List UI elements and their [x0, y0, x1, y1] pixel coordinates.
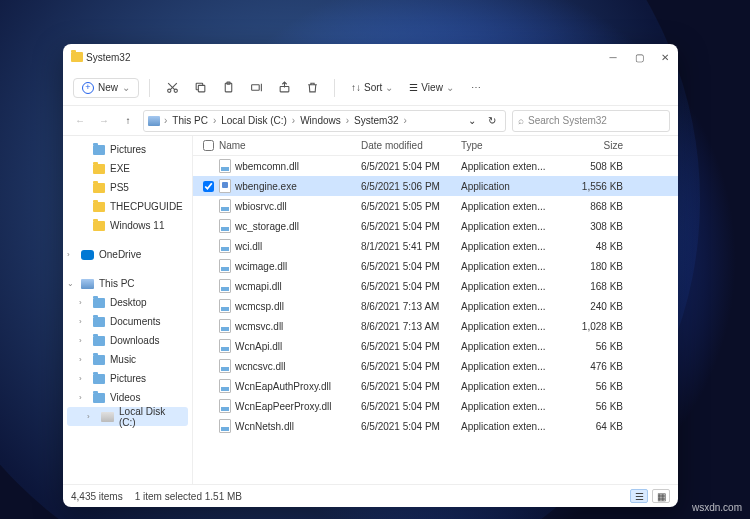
file-type: Application exten...	[461, 201, 561, 212]
file-row[interactable]: WcnEapAuthProxy.dll6/5/2021 5:04 PMAppli…	[193, 376, 678, 396]
file-row[interactable]: wcmcsp.dll8/6/2021 7:13 AMApplication ex…	[193, 296, 678, 316]
chevron-down-icon[interactable]: ⌄	[67, 279, 74, 288]
delete-button[interactable]	[300, 76, 324, 100]
copy-button[interactable]	[188, 76, 212, 100]
crumb-disk[interactable]: Local Disk (C:)	[218, 115, 290, 126]
file-row[interactable]: wcmsvc.dll8/6/2021 7:13 AMApplication ex…	[193, 316, 678, 336]
file-row[interactable]: wc_storage.dll6/5/2021 5:04 PMApplicatio…	[193, 216, 678, 236]
chevron-right-icon[interactable]: ›	[79, 393, 82, 402]
file-size: 476 KB	[561, 361, 623, 372]
file-name: wbengine.exe	[235, 181, 297, 192]
titlebar[interactable]: System32 ─ ▢ ✕	[63, 44, 678, 70]
nav-music[interactable]: ›Music	[63, 350, 192, 369]
tiles-view-button[interactable]: ▦	[652, 489, 670, 503]
file-type: Application exten...	[461, 241, 561, 252]
file-type: Application exten...	[461, 401, 561, 412]
more-button[interactable]: ⋯	[464, 76, 488, 100]
file-row[interactable]: wcncsvc.dll6/5/2021 5:04 PMApplication e…	[193, 356, 678, 376]
file-date: 6/5/2021 5:04 PM	[361, 221, 461, 232]
file-size: 168 KB	[561, 281, 623, 292]
sort-button[interactable]: ↑↓Sort⌄	[345, 79, 399, 96]
chevron-right-icon: ›	[164, 115, 167, 126]
search-input[interactable]: ⌕ Search System32	[512, 110, 670, 132]
file-row[interactable]: wbemcomn.dll6/5/2021 5:04 PMApplication …	[193, 156, 678, 176]
chevron-right-icon[interactable]: ›	[67, 250, 70, 259]
file-name: wcmapi.dll	[235, 281, 282, 292]
nav-videos[interactable]: ›Videos	[63, 388, 192, 407]
crumb-thispc[interactable]: This PC	[169, 115, 211, 126]
new-button[interactable]: + New ⌄	[73, 78, 139, 98]
maximize-button[interactable]: ▢	[634, 52, 644, 62]
minimize-button[interactable]: ─	[608, 52, 618, 62]
forward-button[interactable]: →	[95, 112, 113, 130]
file-date: 6/5/2021 5:06 PM	[361, 181, 461, 192]
nav-pictures[interactable]: Pictures	[63, 140, 192, 159]
view-button[interactable]: ☰View⌄	[403, 79, 460, 96]
chevron-right-icon[interactable]: ›	[79, 298, 82, 307]
nav-exe[interactable]: EXE	[63, 159, 192, 178]
file-row[interactable]: WcnEapPeerProxy.dll6/5/2021 5:04 PMAppli…	[193, 396, 678, 416]
nav-downloads[interactable]: ›Downloads	[63, 331, 192, 350]
rename-button[interactable]	[244, 76, 268, 100]
nav-thispc[interactable]: ⌄This PC	[63, 274, 192, 293]
folder-icon	[93, 298, 105, 308]
window-title: System32	[86, 52, 130, 63]
file-type: Application exten...	[461, 301, 561, 312]
col-type[interactable]: Type	[461, 140, 561, 151]
breadcrumb[interactable]: › This PC› Local Disk (C:)› Windows› Sys…	[143, 110, 506, 132]
status-bar: 4,435 items 1 item selected 1.51 MB ☰ ▦	[63, 484, 678, 507]
nav-win11[interactable]: Windows 11	[63, 216, 192, 235]
file-row[interactable]: wcmapi.dll6/5/2021 5:04 PMApplication ex…	[193, 276, 678, 296]
chevron-right-icon[interactable]: ›	[87, 412, 90, 421]
pc-icon	[148, 116, 160, 126]
row-checkbox[interactable]	[203, 181, 214, 192]
chevron-right-icon[interactable]: ›	[79, 355, 82, 364]
share-button[interactable]	[272, 76, 296, 100]
file-row[interactable]: wci.dll8/1/2021 5:41 PMApplication exten…	[193, 236, 678, 256]
nav-onedrive[interactable]: ›OneDrive	[63, 245, 192, 264]
select-all-checkbox[interactable]	[203, 140, 214, 151]
file-size: 180 KB	[561, 261, 623, 272]
column-headers[interactable]: Name Date modified Type Size	[193, 136, 678, 156]
nav-pane[interactable]: Pictures EXE PS5 THECPUGUIDE Windows 11 …	[63, 136, 193, 484]
nav-documents[interactable]: ›Documents	[63, 312, 192, 331]
nav-localdisk[interactable]: ›Local Disk (C:)	[67, 407, 188, 426]
file-row[interactable]: WcnApi.dll6/5/2021 5:04 PMApplication ex…	[193, 336, 678, 356]
file-list[interactable]: wbemcomn.dll6/5/2021 5:04 PMApplication …	[193, 156, 678, 484]
chevron-right-icon[interactable]: ›	[79, 317, 82, 326]
dropdown-icon[interactable]: ⌄	[463, 112, 481, 130]
crumb-system32[interactable]: System32	[351, 115, 401, 126]
nav-thecpuguide[interactable]: THECPUGUIDE	[63, 197, 192, 216]
item-count: 4,435 items	[71, 491, 123, 502]
col-date[interactable]: Date modified	[361, 140, 461, 151]
file-row[interactable]: WcnNetsh.dll6/5/2021 5:04 PMApplication …	[193, 416, 678, 436]
cut-button[interactable]	[160, 76, 184, 100]
chevron-right-icon[interactable]: ›	[79, 336, 82, 345]
file-size: 868 KB	[561, 201, 623, 212]
nav-desktop[interactable]: ›Desktop	[63, 293, 192, 312]
col-name[interactable]: Name	[219, 140, 361, 151]
file-row[interactable]: wbiosrvc.dll6/5/2021 5:05 PMApplication …	[193, 196, 678, 216]
up-button[interactable]: ↑	[119, 112, 137, 130]
nav-pictures2[interactable]: ›Pictures	[63, 369, 192, 388]
close-button[interactable]: ✕	[660, 52, 670, 62]
file-row[interactable]: wcimage.dll6/5/2021 5:04 PMApplication e…	[193, 256, 678, 276]
file-date: 6/5/2021 5:05 PM	[361, 201, 461, 212]
file-row[interactable]: wbengine.exe6/5/2021 5:06 PMApplication1…	[193, 176, 678, 196]
new-label: New	[98, 82, 118, 93]
back-button[interactable]: ←	[71, 112, 89, 130]
file-type: Application exten...	[461, 221, 561, 232]
dll-icon	[219, 399, 231, 413]
chevron-right-icon[interactable]: ›	[79, 374, 82, 383]
nav-ps5[interactable]: PS5	[63, 178, 192, 197]
col-size[interactable]: Size	[561, 140, 623, 151]
file-name: wcmcsp.dll	[235, 301, 284, 312]
file-date: 6/5/2021 5:04 PM	[361, 421, 461, 432]
paste-button[interactable]	[216, 76, 240, 100]
refresh-button[interactable]: ↻	[483, 112, 501, 130]
file-size: 1,556 KB	[561, 181, 623, 192]
crumb-windows[interactable]: Windows	[297, 115, 344, 126]
folder-icon	[93, 221, 105, 231]
details-view-button[interactable]: ☰	[630, 489, 648, 503]
file-name: wc_storage.dll	[235, 221, 299, 232]
